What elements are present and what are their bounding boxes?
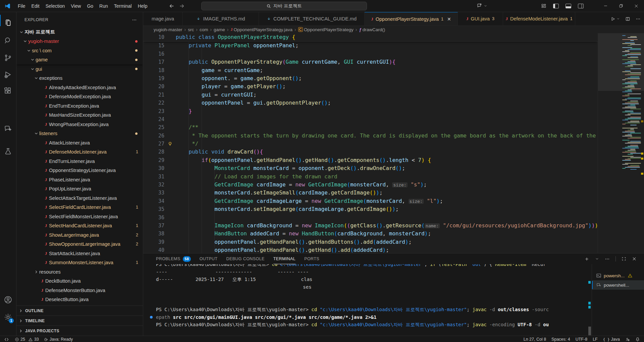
menu-help[interactable]: Help (135, 2, 151, 10)
code-line[interactable]: 35 monsterCard.setImageLarge(cardImageLa… (143, 205, 598, 213)
section-outline[interactable]: OUTLINE (16, 305, 143, 316)
notifications-bell-icon[interactable] (633, 336, 644, 342)
activity-run-debug[interactable] (0, 68, 16, 81)
section-timeline[interactable]: TIMELINE (16, 316, 143, 326)
cursor-position[interactable]: Ln 27, Col 8 (521, 336, 549, 342)
tree-item[interactable]: JEndTurnListener.java (16, 157, 143, 166)
menu-terminal[interactable]: Terminal (111, 2, 135, 10)
launch-profile-chevron-icon[interactable] (595, 257, 599, 261)
minimap[interactable] (598, 33, 644, 253)
tree-item[interactable]: JStartAttackListener.java (16, 249, 143, 258)
terminal-instance-powersh[interactable]: powersh... (592, 271, 644, 280)
tree-item[interactable]: JSelectHandCardListener.java1 (16, 221, 143, 231)
breadcrumb-item[interactable]: game (214, 27, 225, 32)
nav-forward-icon[interactable] (179, 3, 184, 9)
panel-tab-debug-console[interactable]: DEBUG CONSOLE (226, 254, 264, 264)
tree-item[interactable]: JSelectAttackTargetListener.java (16, 193, 143, 203)
code-line[interactable]: 32 GetCardImage cardImage = new GetCardI… (143, 181, 598, 189)
tree-item[interactable]: JShowOpponentLargerImage.java2 (16, 240, 143, 249)
code-line[interactable]: 21 gui = currentGUI; (143, 91, 598, 99)
tree-item[interactable]: JDefenseModeListener.java1 (16, 148, 143, 157)
tree-item[interactable]: JMaxHandSizeException.java (16, 111, 143, 120)
panel-tab-terminal[interactable]: TERMINAL (273, 253, 296, 264)
tree-item[interactable]: exceptions (16, 74, 143, 83)
code-line[interactable]: 36 (143, 214, 598, 222)
tree-item[interactable]: JEndTurnException.java (16, 101, 143, 111)
nav-back-icon[interactable] (169, 3, 174, 9)
panel-tab-output[interactable]: OUTPUT (200, 254, 218, 264)
terminal-instance-powershell[interactable]: powershell... (592, 280, 644, 290)
panel-more-actions-icon[interactable] (605, 256, 610, 262)
activity-chat[interactable] (0, 122, 16, 135)
code-line[interactable]: 26 * The opponent starts the turn by dra… (143, 132, 598, 140)
tree-item[interactable]: JPhaseListener.java (16, 175, 143, 184)
breadcrumb-item[interactable]: com (200, 27, 208, 32)
code-editor[interactable]: 10public class OpponentPlayerStrategy { … (143, 33, 598, 253)
copilot-chat-button[interactable] (477, 3, 487, 9)
tab-DefenseModeListener.java[interactable]: JDefenseModeListener.java1 (503, 12, 575, 25)
code-line[interactable]: 27 */ (143, 140, 598, 148)
activity-extensions[interactable] (0, 84, 16, 97)
section-java-projects[interactable]: JAVA PROJECTS (16, 326, 143, 336)
code-line[interactable]: 16 (143, 50, 598, 58)
editor-more-actions-icon[interactable] (636, 16, 641, 21)
activity-accounts[interactable] (0, 293, 16, 306)
remote-indicator-icon[interactable] (0, 336, 12, 342)
tree-item[interactable]: JAttackListener.java (16, 138, 143, 148)
tree-item[interactable]: game (16, 55, 143, 65)
tab-IMAGE_PATHS.md[interactable]: IMAGE_PATHS.md (183, 12, 259, 25)
split-editor-icon[interactable] (625, 16, 630, 21)
close-tab-icon[interactable]: ✕ (447, 16, 451, 22)
tree-item[interactable]: JSelectFieldCardListener.java1 (16, 203, 143, 212)
activity-settings[interactable]: 1 (0, 310, 16, 324)
code-line[interactable]: 30 MonsterCard monsterCard = opponent.ge… (143, 164, 598, 172)
tab-COMPLETE_TECHNICAL_GUIDE.md[interactable]: COMPLETE_TECHNICAL_GUIDE.md (259, 12, 365, 25)
code-line[interactable]: 22 opponentPanel = gui.getOpponentPlayer… (143, 99, 598, 107)
window-minimize-button[interactable] (598, 0, 613, 12)
toggle-secondary-sidebar-icon[interactable] (578, 4, 584, 8)
encoding-status[interactable]: UTF-8 (573, 336, 590, 342)
code-line[interactable]: 34 GetCardImage cardImageLarge = new Get… (143, 197, 598, 205)
code-line[interactable]: 19 opponent. = game.getOpponent(); (143, 74, 598, 82)
tab-OpponentPlayerStrategy.java[interactable]: JOpponentPlayerStrategy.java1✕ (365, 12, 458, 25)
toggle-panel-icon[interactable] (566, 4, 571, 8)
close-panel-icon[interactable] (632, 256, 637, 261)
tree-item[interactable]: yugioh-master (16, 37, 143, 46)
tree-item[interactable]: src \ com (16, 46, 143, 55)
tree-item[interactable]: JAlreadyAttackedException.java (16, 83, 143, 92)
code-line[interactable]: 18 game = currentGame; (143, 66, 598, 74)
breadcrumb-item[interactable]: src (188, 27, 194, 32)
code-line[interactable]: 39 opponentPanel.getHandPanel().getHandB… (143, 238, 598, 246)
code-line[interactable]: 23 } (143, 107, 598, 115)
accounts-status-icon[interactable] (623, 336, 633, 342)
code-line[interactable]: 20 player = game.getPlayer(); (143, 82, 598, 91)
command-center-search[interactable]: 자바 프로젝트 (201, 2, 367, 10)
code-line[interactable]: 40 opponentPanel.getHandPanel().getHand(… (143, 246, 598, 253)
code-line[interactable]: 10public class OpponentPlayerStrategy { (143, 33, 598, 41)
tree-item[interactable]: JDefenseModeException.java (16, 92, 143, 102)
menu-selection[interactable]: Selection (43, 2, 68, 10)
tree-item[interactable]: JDeckButton.java (16, 277, 143, 286)
breadcrumb-item[interactable]: yugioh-master (154, 27, 182, 32)
tab-mage.java[interactable]: mage.java (143, 12, 183, 25)
tree-item[interactable]: JShowLargerImage.java2 (16, 230, 143, 240)
menu-run[interactable]: Run (96, 2, 111, 10)
code-line[interactable]: 31 // Load card images for the drawn car… (143, 173, 598, 181)
tree-item[interactable]: JOpponentStrategyListener.java (16, 166, 143, 175)
activity-search[interactable] (0, 34, 16, 47)
window-close-button[interactable] (629, 0, 644, 12)
code-line[interactable]: 29 if(opponentPanel.getHandPanel().getHa… (143, 156, 598, 164)
tree-item[interactable]: JWrongPhaseException.java (16, 120, 143, 129)
customize-layout-icon[interactable] (541, 3, 546, 8)
terminal-scrollbar[interactable] (588, 264, 592, 336)
panel-tab-ports[interactable]: PORTS (304, 254, 319, 264)
menu-view[interactable]: View (68, 2, 84, 10)
activity-source-control[interactable] (0, 51, 16, 64)
tree-item[interactable]: JDefenseMonsterButton.java (16, 286, 143, 295)
tab-GUI.java[interactable]: JGUI.java3 (458, 12, 503, 25)
code-line[interactable]: 15 private PlayerPanel opponentPanel; (143, 42, 598, 50)
activity-explorer[interactable] (0, 16, 16, 30)
code-line[interactable]: 25 /** (143, 123, 598, 131)
tree-item[interactable]: 자바 프로젝트 (16, 27, 143, 37)
maximize-panel-icon[interactable] (622, 256, 626, 261)
